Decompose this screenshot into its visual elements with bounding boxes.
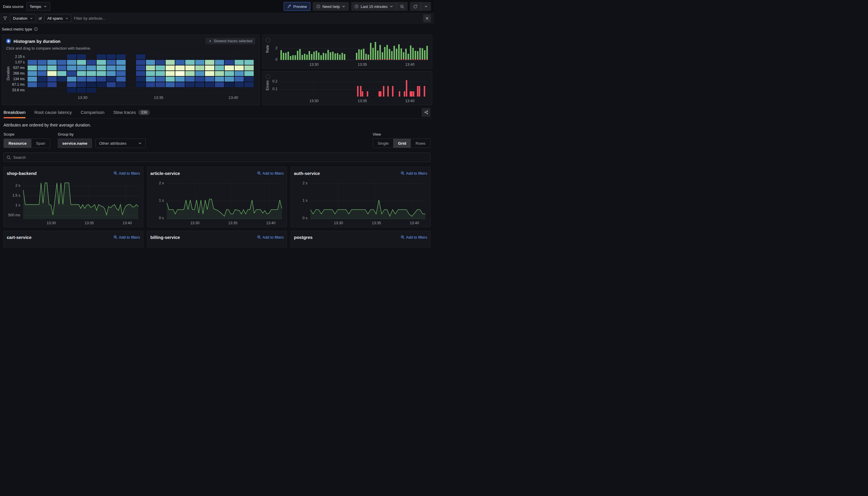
heatmap-cell[interactable] <box>77 54 87 60</box>
heatmap-cell[interactable] <box>37 60 47 65</box>
heatmap-cell[interactable] <box>116 71 126 76</box>
rate-plot[interactable] <box>280 41 428 60</box>
heatmap-cell[interactable] <box>146 60 156 65</box>
heatmap-plot[interactable] <box>27 54 254 93</box>
heatmap-cell[interactable] <box>205 60 215 65</box>
errors-chart[interactable]: 0.10.213:3013:3513:40 <box>280 75 428 103</box>
heatmap-cell[interactable] <box>215 65 225 71</box>
heatmap-cell[interactable] <box>244 71 254 76</box>
heatmap-cell[interactable] <box>106 71 116 76</box>
line-plot[interactable] <box>167 180 282 219</box>
heatmap-cell[interactable] <box>244 82 254 88</box>
heatmap-cell[interactable] <box>47 60 57 65</box>
heatmap-cell[interactable] <box>47 82 57 88</box>
heatmap-cell[interactable] <box>224 65 234 71</box>
heatmap-cell[interactable] <box>195 76 205 82</box>
heatmap-cell[interactable] <box>175 60 185 65</box>
heatmap-cell[interactable] <box>155 71 165 76</box>
heatmap-cell[interactable] <box>205 82 215 88</box>
heatmap-cell[interactable] <box>67 82 77 88</box>
heatmap-cell[interactable] <box>234 76 244 82</box>
add-to-filters-button[interactable]: Add to filters <box>400 235 427 239</box>
heatmap-cell[interactable] <box>116 65 126 71</box>
filter-attribute-input[interactable] <box>74 16 421 20</box>
line-plot[interactable] <box>310 180 426 219</box>
preview-button[interactable]: Preview <box>284 2 310 11</box>
heatmap-cell[interactable] <box>224 60 234 65</box>
heatmap-cell[interactable] <box>57 65 67 71</box>
heatmap-cell[interactable] <box>86 82 96 88</box>
heatmap-cell[interactable] <box>155 76 165 82</box>
share-button[interactable] <box>422 108 430 117</box>
heatmap-cell[interactable] <box>67 76 77 82</box>
search-input[interactable] <box>13 155 428 160</box>
article-service-chart[interactable]: 0 s1 s2 s13:3013:3513:40 <box>150 178 284 225</box>
heatmap-cell[interactable] <box>185 60 195 65</box>
line-plot[interactable] <box>23 180 138 219</box>
heatmap-cell[interactable] <box>215 82 225 88</box>
heatmap-cell[interactable] <box>155 60 165 65</box>
heatmap-cell[interactable] <box>234 60 244 65</box>
heatmap-cell[interactable] <box>77 65 87 71</box>
heatmap-cell[interactable] <box>224 76 234 82</box>
heatmap-cell[interactable] <box>67 71 77 76</box>
heatmap-cell[interactable] <box>37 71 47 76</box>
refresh-button[interactable] <box>410 2 421 11</box>
heatmap-cell[interactable] <box>86 88 96 93</box>
heatmap-cell[interactable] <box>224 82 234 88</box>
heatmap-cell[interactable] <box>175 71 185 76</box>
heatmap-cell[interactable] <box>205 71 215 76</box>
heatmap-cell[interactable] <box>67 65 77 71</box>
heatmap-cell[interactable] <box>165 65 175 71</box>
heatmap-cell[interactable] <box>234 65 244 71</box>
heatmap-cell[interactable] <box>136 76 146 82</box>
tab-slow-traces[interactable]: Slow traces 336 <box>113 106 150 118</box>
add-to-filters-button[interactable]: Add to filters <box>257 235 284 239</box>
heatmap-cell[interactable] <box>96 65 106 71</box>
heatmap-cell[interactable] <box>136 71 146 76</box>
heatmap-cell[interactable] <box>116 60 126 65</box>
refresh-interval-dropdown[interactable] <box>421 2 431 11</box>
heatmap-cell[interactable] <box>146 71 156 76</box>
heatmap-cell[interactable] <box>244 76 254 82</box>
heatmap-cell[interactable] <box>67 88 77 93</box>
auth-service-chart[interactable]: 0 s1 s2 s13:3013:3513:40 <box>294 178 427 225</box>
other-attributes-select[interactable]: Other attributes <box>95 139 146 148</box>
heatmap-cell[interactable] <box>146 76 156 82</box>
heatmap-cell[interactable] <box>234 82 244 88</box>
heatmap-cell[interactable] <box>106 76 116 82</box>
heatmap-cell[interactable] <box>185 71 195 76</box>
heatmap-cell[interactable] <box>86 76 96 82</box>
heatmap-cell[interactable] <box>27 76 37 82</box>
duration-heatmap[interactable]: 2.15 s1.07 s537 ms268 ms134 ms67.1 ms33.… <box>12 54 255 101</box>
heatmap-cell[interactable] <box>224 71 234 76</box>
heatmap-cell[interactable] <box>175 76 185 82</box>
heatmap-cell[interactable] <box>86 65 96 71</box>
heatmap-cell[interactable] <box>136 60 146 65</box>
heatmap-cell[interactable] <box>96 60 106 65</box>
heatmap-cell[interactable] <box>106 60 116 65</box>
heatmap-cell[interactable] <box>27 60 37 65</box>
heatmap-cell[interactable] <box>77 82 87 88</box>
time-range-picker[interactable]: Last 15 minutes <box>351 2 396 11</box>
zoom-out-time-button[interactable] <box>397 2 408 11</box>
heatmap-cell[interactable] <box>195 71 205 76</box>
heatmap-cell[interactable] <box>136 82 146 88</box>
heatmap-cell[interactable] <box>244 65 254 71</box>
scope-resource-button[interactable]: Resource <box>4 139 31 148</box>
heatmap-cell[interactable] <box>67 60 77 65</box>
heatmap-cell[interactable] <box>165 76 175 82</box>
heatmap-cell[interactable] <box>155 65 165 71</box>
heatmap-cell[interactable] <box>86 71 96 76</box>
heatmap-cell[interactable] <box>165 82 175 88</box>
add-to-filters-button[interactable]: Add to filters <box>400 171 427 175</box>
heatmap-cell[interactable] <box>47 65 57 71</box>
add-to-filters-button[interactable]: Add to filters <box>257 171 284 175</box>
heatmap-cell[interactable] <box>215 60 225 65</box>
heatmap-cell[interactable] <box>57 71 67 76</box>
heatmap-cell[interactable] <box>37 76 47 82</box>
heatmap-cell[interactable] <box>27 82 37 88</box>
need-help-button[interactable]: Need help <box>313 2 349 11</box>
heatmap-cell[interactable] <box>37 82 47 88</box>
info-icon[interactable] <box>34 27 38 31</box>
